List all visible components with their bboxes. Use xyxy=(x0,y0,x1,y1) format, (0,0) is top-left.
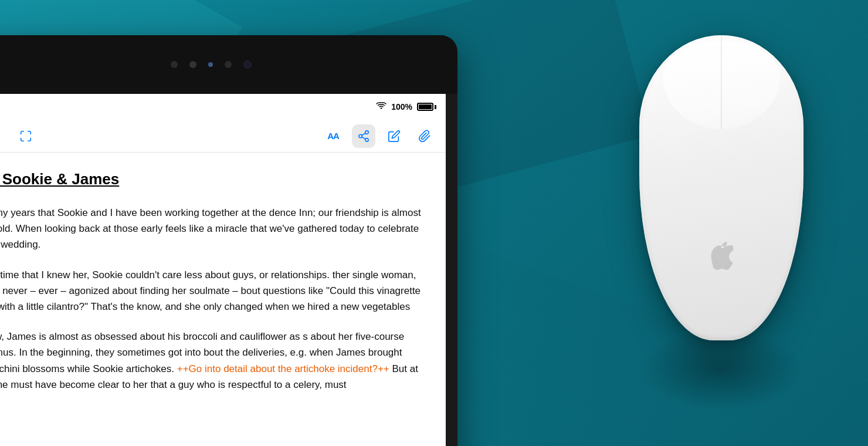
document-content: to Sookie & James many years that Sookie… xyxy=(0,153,446,446)
paragraph-2: the time that I knew her, Sookie couldn'… xyxy=(0,267,428,315)
apple-logo xyxy=(710,242,733,270)
font-size-button[interactable]: AA xyxy=(321,124,345,148)
share-button[interactable] xyxy=(352,124,375,148)
ipad-top-bar xyxy=(0,35,457,94)
toolbar-right: AA xyxy=(321,124,436,148)
mouse-shadow xyxy=(639,329,803,411)
expand-button[interactable] xyxy=(14,124,38,148)
battery-percent: 100% xyxy=(391,102,412,112)
document-title: to Sookie & James xyxy=(0,170,428,188)
attachment-button[interactable] xyxy=(413,124,436,148)
front-camera xyxy=(243,60,252,69)
battery-icon xyxy=(417,103,436,111)
back-button[interactable] xyxy=(0,124,5,148)
ipad-side-bar xyxy=(446,106,457,340)
toolbar-left xyxy=(0,124,38,148)
magic-mouse xyxy=(628,35,815,411)
ipad-body: 100% xyxy=(0,35,457,446)
annotation: ++Go into detail about the artichoke inc… xyxy=(177,363,389,374)
status-bar: 100% xyxy=(0,94,446,120)
font-size-label: AA xyxy=(327,131,339,141)
camera-dot-center xyxy=(189,61,196,68)
paragraph-3: now, James is almost as obsessed about h… xyxy=(0,329,428,393)
ipad-screen: 100% xyxy=(0,94,446,446)
ipad-device: 100% xyxy=(0,35,463,446)
document-toolbar: AA xyxy=(0,120,446,153)
power-button xyxy=(208,62,213,67)
mouse-seam xyxy=(721,35,722,129)
compose-button[interactable] xyxy=(382,124,406,148)
camera-dot-left xyxy=(171,61,178,68)
paragraph-1: many years that Sookie and I have been w… xyxy=(0,205,428,253)
camera-dot-right xyxy=(225,61,232,68)
wifi-icon xyxy=(376,102,386,112)
mouse-body xyxy=(639,35,803,340)
